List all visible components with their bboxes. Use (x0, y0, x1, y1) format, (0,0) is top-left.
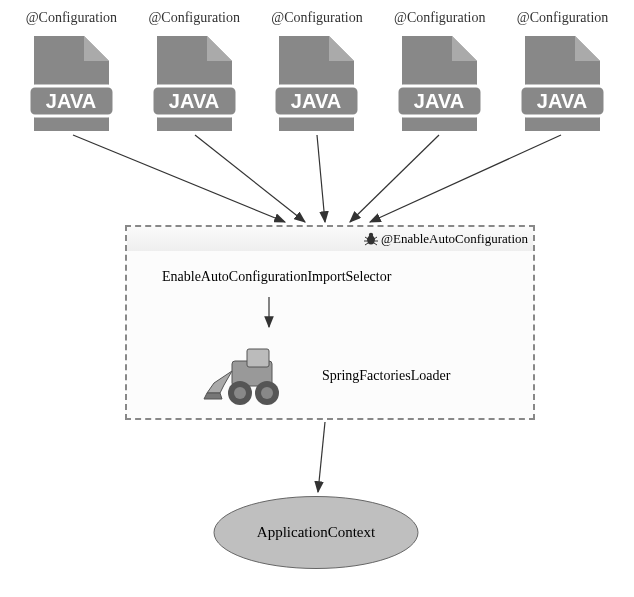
config-item-5: @Configuration JAVA (508, 10, 618, 136)
svg-text:JAVA: JAVA (168, 90, 218, 112)
svg-point-28 (234, 387, 246, 399)
svg-line-23 (374, 243, 377, 245)
application-context-label: ApplicationContext (257, 524, 375, 541)
box-body: EnableAutoConfigurationImportSelector (127, 251, 533, 429)
config-label: @Configuration (271, 10, 362, 26)
box-header: @EnableAutoConfiguration (127, 227, 533, 251)
bug-icon (363, 232, 379, 246)
config-item-2: @Configuration JAVA (139, 10, 249, 136)
svg-text:JAVA: JAVA (414, 90, 464, 112)
svg-rect-26 (247, 349, 269, 367)
loader-icon (202, 341, 297, 411)
java-file-icon: JAVA (269, 31, 364, 136)
svg-text:JAVA: JAVA (537, 90, 587, 112)
loader-row: SpringFactoriesLoader (202, 341, 450, 411)
svg-line-22 (365, 243, 368, 245)
svg-line-12 (317, 135, 325, 222)
svg-line-15 (318, 422, 325, 492)
config-item-4: @Configuration JAVA (385, 10, 495, 136)
enable-auto-config-box: @EnableAutoConfiguration EnableAutoConfi… (125, 225, 535, 420)
config-label: @Configuration (394, 10, 485, 26)
config-row: @Configuration JAVA @Configuration JAVA … (0, 10, 634, 136)
inner-arrow (262, 295, 276, 333)
svg-point-17 (369, 233, 373, 237)
svg-text:JAVA: JAVA (291, 90, 341, 112)
import-selector-label: EnableAutoConfigurationImportSelector (162, 269, 391, 285)
java-file-icon: JAVA (147, 31, 242, 136)
config-item-1: @Configuration JAVA (16, 10, 126, 136)
svg-line-10 (73, 135, 285, 222)
enable-annotation-label: @EnableAutoConfiguration (381, 231, 528, 247)
config-label: @Configuration (148, 10, 239, 26)
java-file-icon: JAVA (24, 31, 119, 136)
svg-line-14 (370, 135, 561, 222)
svg-text:JAVA: JAVA (46, 90, 96, 112)
java-file-icon: JAVA (392, 31, 487, 136)
config-label: @Configuration (517, 10, 608, 26)
svg-line-13 (350, 135, 439, 222)
application-context: ApplicationContext (212, 495, 420, 570)
spring-factories-loader-label: SpringFactoriesLoader (322, 368, 450, 384)
svg-point-30 (261, 387, 273, 399)
svg-line-11 (195, 135, 305, 222)
config-item-3: @Configuration JAVA (262, 10, 372, 136)
java-file-icon: JAVA (515, 31, 610, 136)
config-label: @Configuration (26, 10, 117, 26)
